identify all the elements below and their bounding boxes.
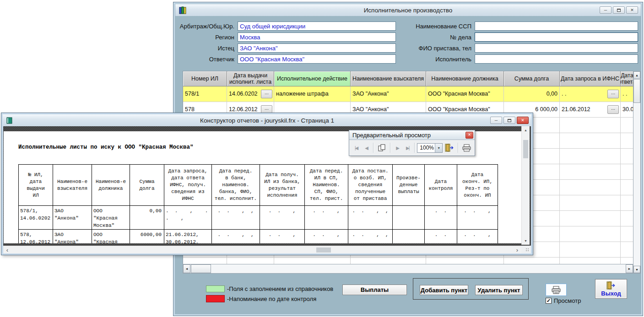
grid-column-header[interactable]: Дата запроса в ИФНС: [560, 71, 621, 86]
first-page-button[interactable]: |◀: [352, 143, 361, 153]
grid-column-header[interactable]: Наименование взыскателя: [351, 71, 426, 86]
grid-cell: [621, 133, 633, 149]
ellipsis-button[interactable]: ...: [607, 90, 619, 98]
arrow-up-icon[interactable]: ▲: [522, 126, 530, 134]
close-button[interactable]: ✕: [465, 132, 473, 139]
preview-checkbox[interactable]: ✓: [546, 298, 552, 304]
grid-cell: [560, 242, 621, 258]
grid-cell: [560, 195, 621, 211]
grid-cell: [183, 258, 227, 264]
first-page-icon: |◀: [355, 145, 357, 150]
report-column-header: Дата получ. ИЛ из банка, результат испол…: [260, 165, 305, 206]
report-cell: ООО "Красная Москва": [92, 206, 130, 230]
report-column-header: Сумма долга: [130, 165, 164, 206]
empty-row: [183, 258, 633, 264]
form-input[interactable]: Москва: [238, 32, 396, 42]
maximize-button[interactable]: [503, 117, 515, 124]
exit-button-label: Выход: [601, 290, 621, 297]
grid-column-header[interactable]: Дата ответа: [621, 71, 633, 86]
form-input[interactable]: ЗАО "Анкона": [238, 43, 396, 53]
main-titlebar[interactable]: Исполнительное производство ─ ✕: [175, 4, 641, 16]
pages-button[interactable]: [376, 142, 388, 153]
scroll-thumb[interactable]: [191, 264, 211, 273]
payments-button[interactable]: Выплаты: [342, 285, 407, 295]
minimize-button[interactable]: ─: [490, 117, 502, 124]
print-button[interactable]: [460, 142, 472, 153]
grid-cell: [351, 258, 426, 264]
grid-horizontal-scrollbar[interactable]: ◄ ►: [183, 264, 633, 274]
report-cell: . .: [425, 206, 457, 230]
scroll-right-button[interactable]: ►: [626, 264, 633, 273]
report-cell: . . ,: [457, 230, 498, 243]
grid-column-header[interactable]: Исполнительное действие: [274, 71, 351, 86]
scroll-down-button[interactable]: ▼: [633, 266, 640, 273]
close-button[interactable]: ✕: [626, 6, 638, 14]
grid-column-header[interactable]: Наименование должника: [426, 71, 504, 86]
add-item-button[interactable]: Добавить пункт: [420, 285, 468, 295]
scroll-thumb[interactable]: [633, 79, 640, 103]
scroll-left-button[interactable]: ◄: [183, 264, 190, 273]
report-cell: . . ,: [457, 206, 498, 230]
grid-cell: [560, 211, 621, 226]
report-horizontal-scrollbar[interactable]: ‹ ›: [3, 246, 521, 253]
case-form: Арбитраж/Общ.Юр.Суд общей юрисдикцииНаим…: [174, 21, 642, 65]
exit-door-icon: [606, 281, 616, 290]
grid-vertical-scrollbar[interactable]: ▲ ▼: [633, 71, 641, 274]
report-vertical-scrollbar[interactable]: ▲ ▼: [521, 126, 530, 245]
scroll-thumb[interactable]: [316, 247, 331, 253]
form-input[interactable]: [475, 43, 638, 53]
scroll-up-button[interactable]: ▲: [633, 71, 640, 79]
ellipsis-button[interactable]: ...: [607, 105, 619, 114]
grid-column-header[interactable]: Сумма долга: [504, 71, 560, 86]
report-cell: ЗАО "Анкона": [53, 206, 92, 230]
grid-cell: [621, 118, 633, 133]
table-row[interactable]: 578/114.06.0202...наложение штрафаЗАО "А…: [183, 86, 633, 102]
grid-column-header[interactable]: Номер ИЛ: [183, 71, 227, 86]
grid-cell: 0,00: [504, 86, 560, 102]
arrow-up-icon: ▲: [635, 74, 639, 77]
chevron-left-icon[interactable]: ‹: [4, 246, 11, 253]
report-row: 578, 12.06.2012ЗАО "Анкона"ООО "Красная …: [19, 230, 498, 243]
next-page-button[interactable]: ▶: [393, 143, 402, 153]
close-button[interactable]: ✕: [517, 117, 529, 124]
form-label: Арбитраж/Общ.Юр.: [174, 23, 234, 30]
report-titlebar[interactable]: Конструктор отчетов - jouryskil.frx - Ст…: [3, 114, 531, 126]
print-button[interactable]: [546, 284, 567, 296]
last-page-icon: ▶|: [406, 145, 409, 150]
report-column-header: Дата перед. в банк, наименов. банка, ФИО…: [212, 165, 260, 206]
exit-button[interactable]: Выход: [595, 279, 627, 299]
remove-item-button[interactable]: Удалить пункт: [475, 285, 523, 295]
form-input[interactable]: [475, 21, 638, 31]
ellipsis-button[interactable]: ...: [261, 90, 272, 98]
report-cell: [393, 230, 425, 243]
form-row: ОтветчикООО "Красная Москва"Исполнитель: [174, 54, 642, 65]
form-input[interactable]: Суд общей юрисдикции: [238, 21, 396, 31]
form-label: Регион: [174, 34, 234, 41]
grid-cell: [621, 180, 633, 195]
preview-toolbar-titlebar[interactable]: Предварительный просмотр ✕: [349, 130, 475, 140]
grid-cell: [621, 164, 633, 180]
grid-cell: [560, 118, 621, 133]
arrow-right-icon: ►: [628, 267, 631, 270]
scroll-thumb[interactable]: [523, 140, 528, 158]
zoom-select[interactable]: 100% ▾: [417, 143, 443, 153]
report-cell: [393, 206, 425, 230]
report-column-header: Произве- денные выплаты: [393, 165, 425, 206]
chevron-down-icon[interactable]: ▾: [435, 144, 442, 152]
report-table-body: 578/1, 14.06.0202ЗАО "Анкона"ООО "Красна…: [19, 206, 498, 243]
chevron-right-icon[interactable]: ›: [514, 246, 520, 253]
close-preview-button[interactable]: [444, 142, 455, 153]
form-input[interactable]: [475, 54, 638, 64]
grid-header-row: Номер ИЛДата выдачи исполнит. листаИспол…: [183, 71, 633, 86]
grid-cell: [560, 164, 621, 180]
previous-page-button[interactable]: ◀: [362, 143, 371, 153]
form-input[interactable]: [475, 32, 638, 42]
grid-column-header[interactable]: Дата выдачи исполнит. листа: [227, 71, 274, 86]
arrow-down-icon[interactable]: ▼: [522, 237, 530, 245]
resize-grip[interactable]: [521, 246, 531, 253]
minimize-button[interactable]: ─: [600, 6, 612, 14]
maximize-button[interactable]: [613, 6, 625, 14]
last-page-button[interactable]: ▶|: [403, 143, 412, 153]
form-input[interactable]: ООО "Красная Москва": [238, 54, 396, 64]
report-column-header: № ИЛ, дата выдачи ИЛ: [19, 165, 53, 206]
